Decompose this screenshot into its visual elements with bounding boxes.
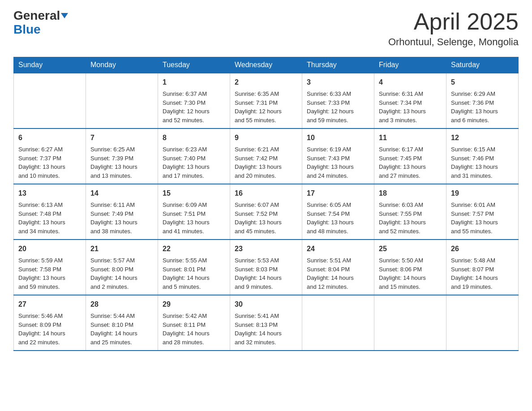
weekday-header-row: SundayMondayTuesdayWednesdayThursdayFrid…	[14, 57, 519, 73]
weekday-header-tuesday: Tuesday	[158, 57, 230, 73]
day-info: Sunrise: 6:37 AMSunset: 7:30 PMDaylight:…	[163, 90, 225, 124]
calendar-cell: 24Sunrise: 5:51 AMSunset: 8:04 PMDayligh…	[302, 240, 374, 295]
day-number: 10	[307, 133, 369, 143]
calendar-cell: 1Sunrise: 6:37 AMSunset: 7:30 PMDaylight…	[158, 73, 230, 128]
day-number: 15	[163, 188, 225, 199]
logo-triangle-icon	[61, 13, 68, 18]
calendar-cell	[86, 73, 158, 128]
calendar-cell: 7Sunrise: 6:25 AMSunset: 7:39 PMDaylight…	[86, 128, 158, 184]
day-number: 30	[235, 299, 297, 310]
day-info: Sunrise: 6:25 AMSunset: 7:39 PMDaylight:…	[90, 145, 153, 180]
day-info: Sunrise: 6:27 AMSunset: 7:37 PMDaylight:…	[18, 145, 81, 180]
day-info: Sunrise: 5:53 AMSunset: 8:03 PMDaylight:…	[235, 256, 297, 291]
day-number: 27	[18, 299, 81, 310]
week-row-5: 27Sunrise: 5:46 AMSunset: 8:09 PMDayligh…	[14, 295, 519, 351]
calendar-cell: 30Sunrise: 5:41 AMSunset: 8:13 PMDayligh…	[230, 295, 302, 351]
day-number: 8	[163, 133, 225, 143]
calendar-cell: 27Sunrise: 5:46 AMSunset: 8:09 PMDayligh…	[14, 295, 86, 351]
day-info: Sunrise: 5:57 AMSunset: 8:00 PMDaylight:…	[90, 256, 153, 291]
day-number: 26	[451, 244, 514, 254]
week-row-4: 20Sunrise: 5:59 AMSunset: 7:58 PMDayligh…	[14, 240, 519, 295]
calendar-cell: 17Sunrise: 6:05 AMSunset: 7:54 PMDayligh…	[302, 184, 374, 240]
calendar-cell	[374, 295, 446, 351]
calendar-cell: 25Sunrise: 5:50 AMSunset: 8:06 PMDayligh…	[374, 240, 446, 295]
calendar-cell: 12Sunrise: 6:15 AMSunset: 7:46 PMDayligh…	[446, 128, 519, 184]
weekday-header-thursday: Thursday	[302, 57, 374, 73]
calendar-cell: 13Sunrise: 6:13 AMSunset: 7:48 PMDayligh…	[14, 184, 86, 240]
calendar-cell: 28Sunrise: 5:44 AMSunset: 8:10 PMDayligh…	[86, 295, 158, 351]
day-info: Sunrise: 5:44 AMSunset: 8:10 PMDaylight:…	[90, 312, 153, 347]
calendar-cell: 21Sunrise: 5:57 AMSunset: 8:00 PMDayligh…	[86, 240, 158, 295]
logo-general-text: General	[13, 9, 60, 22]
day-number: 3	[307, 77, 369, 88]
day-info: Sunrise: 6:05 AMSunset: 7:54 PMDaylight:…	[307, 201, 369, 235]
calendar-cell: 5Sunrise: 6:29 AMSunset: 7:36 PMDaylight…	[446, 73, 519, 128]
month-title: April 2025	[388, 9, 519, 34]
calendar-cell: 11Sunrise: 6:17 AMSunset: 7:45 PMDayligh…	[374, 128, 446, 184]
calendar-table: SundayMondayTuesdayWednesdayThursdayFrid…	[13, 57, 519, 351]
calendar-cell: 20Sunrise: 5:59 AMSunset: 7:58 PMDayligh…	[14, 240, 86, 295]
day-number: 13	[18, 188, 81, 199]
calendar-cell	[14, 73, 86, 128]
calendar-cell: 16Sunrise: 6:07 AMSunset: 7:52 PMDayligh…	[230, 184, 302, 240]
logo: General Blue	[13, 9, 68, 37]
day-info: Sunrise: 6:09 AMSunset: 7:51 PMDaylight:…	[163, 201, 225, 235]
calendar-cell	[302, 295, 374, 351]
day-number: 19	[451, 188, 514, 199]
day-info: Sunrise: 6:07 AMSunset: 7:52 PMDaylight:…	[235, 201, 297, 235]
day-number: 12	[451, 133, 514, 143]
location-title: Orhontuul, Selenge, Mongolia	[388, 36, 519, 48]
calendar-cell: 29Sunrise: 5:42 AMSunset: 8:11 PMDayligh…	[158, 295, 230, 351]
calendar-cell: 3Sunrise: 6:33 AMSunset: 7:33 PMDaylight…	[302, 73, 374, 128]
calendar-cell: 10Sunrise: 6:19 AMSunset: 7:43 PMDayligh…	[302, 128, 374, 184]
day-number: 23	[235, 244, 297, 254]
day-info: Sunrise: 5:55 AMSunset: 8:01 PMDaylight:…	[163, 256, 225, 291]
calendar-cell: 18Sunrise: 6:03 AMSunset: 7:55 PMDayligh…	[374, 184, 446, 240]
day-number: 29	[163, 299, 225, 310]
calendar-cell: 15Sunrise: 6:09 AMSunset: 7:51 PMDayligh…	[158, 184, 230, 240]
calendar-cell	[446, 295, 519, 351]
day-number: 22	[163, 244, 225, 254]
calendar-cell: 26Sunrise: 5:48 AMSunset: 8:07 PMDayligh…	[446, 240, 519, 295]
day-info: Sunrise: 6:19 AMSunset: 7:43 PMDaylight:…	[307, 145, 369, 180]
day-info: Sunrise: 6:23 AMSunset: 7:40 PMDaylight:…	[163, 145, 225, 180]
calendar-cell: 23Sunrise: 5:53 AMSunset: 8:03 PMDayligh…	[230, 240, 302, 295]
day-number: 9	[235, 133, 297, 143]
calendar-cell: 19Sunrise: 6:01 AMSunset: 7:57 PMDayligh…	[446, 184, 519, 240]
day-number: 16	[235, 188, 297, 199]
logo-blue-text: Blue	[13, 22, 41, 36]
calendar-cell: 4Sunrise: 6:31 AMSunset: 7:34 PMDaylight…	[374, 73, 446, 128]
header: General Blue April 2025 Orhontuul, Selen…	[13, 9, 519, 48]
day-info: Sunrise: 6:21 AMSunset: 7:42 PMDaylight:…	[235, 145, 297, 180]
day-info: Sunrise: 6:33 AMSunset: 7:33 PMDaylight:…	[307, 90, 369, 124]
weekday-header-saturday: Saturday	[446, 57, 519, 73]
calendar-cell: 8Sunrise: 6:23 AMSunset: 7:40 PMDaylight…	[158, 128, 230, 184]
week-row-2: 6Sunrise: 6:27 AMSunset: 7:37 PMDaylight…	[14, 128, 519, 184]
day-number: 25	[379, 244, 442, 254]
day-info: Sunrise: 6:13 AMSunset: 7:48 PMDaylight:…	[18, 201, 81, 235]
weekday-header-monday: Monday	[86, 57, 158, 73]
day-number: 6	[18, 133, 81, 143]
day-info: Sunrise: 5:41 AMSunset: 8:13 PMDaylight:…	[235, 312, 297, 347]
day-info: Sunrise: 5:59 AMSunset: 7:58 PMDaylight:…	[18, 256, 81, 291]
calendar-cell: 22Sunrise: 5:55 AMSunset: 8:01 PMDayligh…	[158, 240, 230, 295]
week-row-1: 1Sunrise: 6:37 AMSunset: 7:30 PMDaylight…	[14, 73, 519, 128]
day-info: Sunrise: 6:03 AMSunset: 7:55 PMDaylight:…	[379, 201, 442, 235]
day-number: 11	[379, 133, 442, 143]
day-info: Sunrise: 5:51 AMSunset: 8:04 PMDaylight:…	[307, 256, 369, 291]
day-number: 7	[90, 133, 153, 143]
day-info: Sunrise: 5:42 AMSunset: 8:11 PMDaylight:…	[163, 312, 225, 347]
calendar-cell: 14Sunrise: 6:11 AMSunset: 7:49 PMDayligh…	[86, 184, 158, 240]
day-info: Sunrise: 6:31 AMSunset: 7:34 PMDaylight:…	[379, 90, 442, 124]
day-number: 1	[163, 77, 225, 88]
day-info: Sunrise: 5:46 AMSunset: 8:09 PMDaylight:…	[18, 312, 81, 347]
day-info: Sunrise: 6:11 AMSunset: 7:49 PMDaylight:…	[90, 201, 153, 235]
day-number: 17	[307, 188, 369, 199]
day-number: 20	[18, 244, 81, 254]
calendar-cell: 9Sunrise: 6:21 AMSunset: 7:42 PMDaylight…	[230, 128, 302, 184]
day-info: Sunrise: 6:17 AMSunset: 7:45 PMDaylight:…	[379, 145, 442, 180]
day-number: 28	[90, 299, 153, 310]
day-info: Sunrise: 6:35 AMSunset: 7:31 PMDaylight:…	[235, 90, 297, 124]
day-info: Sunrise: 6:29 AMSunset: 7:36 PMDaylight:…	[451, 90, 514, 124]
day-number: 5	[451, 77, 514, 88]
